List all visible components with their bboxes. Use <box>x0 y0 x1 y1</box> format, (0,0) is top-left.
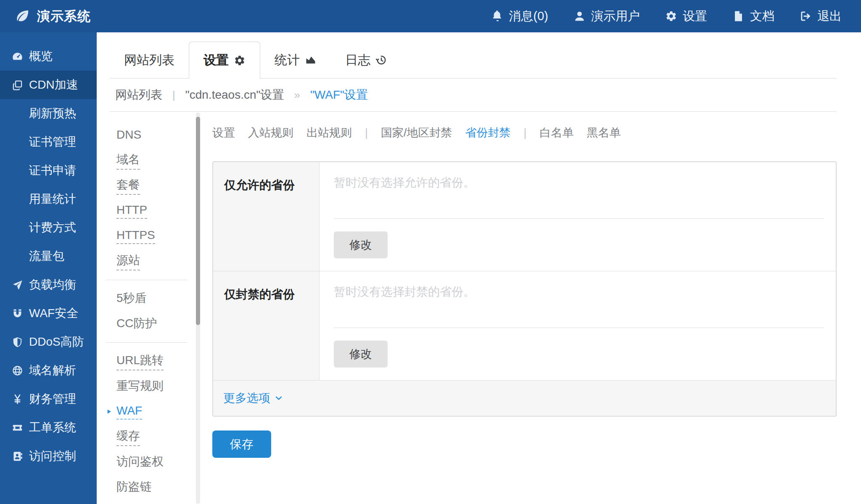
sidebar-item-label: 域名解析 <box>29 362 76 378</box>
tab-settings[interactable]: 设置 <box>189 42 260 79</box>
id-card-icon <box>12 451 23 462</box>
allowed-provinces-row: 仅允许的省份 暂时没有选择允许的省份。 修改 <box>213 162 836 271</box>
content-area: 网站列表 设置 统计 日志 网站列表 | "cdn.teaos.cn"设置 » … <box>97 32 861 504</box>
subtab-whitelist[interactable]: 白名单 <box>540 125 574 140</box>
settings-menu: DNS 域名 套餐 HTTP HTTPS 源站 5秒盾 CC防护 URL跳转 重… <box>97 112 196 504</box>
sidebar-item-dns-resolve[interactable]: 域名解析 <box>0 356 97 385</box>
sidebar-item-label: 访问控制 <box>29 448 76 464</box>
sidebar-item-billing-method[interactable]: 计费方式 <box>0 213 97 242</box>
settings-menu-item-https[interactable]: HTTPS <box>97 223 196 249</box>
modify-allowed-provinces-button[interactable]: 修改 <box>334 231 388 258</box>
blocked-provinces-empty-text: 暂时没有选择封禁的省份。 <box>334 284 824 300</box>
settings-button[interactable]: 设置 <box>665 8 707 25</box>
allowed-provinces-field: 暂时没有选择允许的省份。 修改 <box>320 162 836 271</box>
sidebar-item-overview[interactable]: 概览 <box>0 42 97 71</box>
save-button[interactable]: 保存 <box>212 430 271 458</box>
tab-label: 日志 <box>345 52 370 69</box>
main-sidebar: 概览 CDN加速 刷新预热 证书管理 证书申请 用量统计 计费方式 流量包 负载… <box>0 32 97 504</box>
tab-site-list[interactable]: 网站列表 <box>110 42 189 78</box>
document-icon <box>732 10 745 22</box>
subtab-separator: | <box>524 126 527 139</box>
settings-menu-item-access-auth[interactable]: 访问鉴权 <box>97 449 196 475</box>
settings-menu-scrollbar[interactable] <box>196 113 200 504</box>
logout-button[interactable]: 退出 <box>800 8 842 25</box>
chevron-down-icon <box>275 394 283 402</box>
subtab-province-block[interactable]: 省份封禁 <box>465 125 511 140</box>
sidebar-item-traffic-pack[interactable]: 流量包 <box>0 242 97 270</box>
app-brand: 演示系统 <box>14 8 91 25</box>
brand-label: 演示系统 <box>37 8 91 25</box>
messages-label: 消息(0) <box>509 8 548 25</box>
input-underline <box>334 218 824 219</box>
blocked-provinces-label: 仅封禁的省份 <box>213 271 320 380</box>
subtab-outbound-rules[interactable]: 出站规则 <box>306 125 352 140</box>
paper-plane-icon <box>12 279 23 291</box>
subtab-settings[interactable]: 设置 <box>212 125 235 140</box>
topnav: 消息(0) 演示用户 设置 文档 退出 <box>491 8 842 25</box>
settings-menu-item-cache[interactable]: 缓存 <box>97 424 196 449</box>
allowed-provinces-empty-text: 暂时没有选择允许的省份。 <box>334 175 824 191</box>
scrollbar-thumb[interactable] <box>196 117 200 325</box>
breadcrumb-waf-settings[interactable]: "WAF"设置 <box>310 87 368 103</box>
settings-menu-item-cc-protect[interactable]: CC防护 <box>97 311 196 336</box>
sidebar-item-usage-stats[interactable]: 用量统计 <box>0 185 97 213</box>
settings-menu-item-dns[interactable]: DNS <box>97 123 196 148</box>
tab-logs[interactable]: 日志 <box>331 42 401 78</box>
subtab-blacklist[interactable]: 黑名单 <box>587 125 621 140</box>
breadcrumb-site-list[interactable]: 网站列表 <box>115 87 162 103</box>
site-tabs: 网站列表 设置 统计 日志 <box>110 32 837 79</box>
sidebar-item-finance[interactable]: 财务管理 <box>0 385 97 413</box>
settings-menu-item-url-redirect[interactable]: URL跳转 <box>97 349 196 374</box>
more-options-link[interactable]: 更多选项 <box>223 390 283 406</box>
sidebar-item-refresh-preheat[interactable]: 刷新预热 <box>0 99 97 128</box>
sidebar-item-label: 证书申请 <box>29 163 76 178</box>
sidebar-item-label: DDoS高防 <box>29 334 84 350</box>
blocked-provinces-row: 仅封禁的省份 暂时没有选择封禁的省份。 修改 <box>213 271 836 381</box>
breadcrumb-separator: » <box>294 89 300 102</box>
modify-blocked-provinces-button[interactable]: 修改 <box>334 341 388 368</box>
messages-button[interactable]: 消息(0) <box>491 8 548 25</box>
sidebar-item-load-balance[interactable]: 负载均衡 <box>0 270 97 299</box>
menu-divider <box>106 280 187 280</box>
settings-menu-item-domain[interactable]: 域名 <box>97 148 196 173</box>
form-footer: 更多选项 <box>213 381 836 416</box>
sidebar-item-waf-security[interactable]: WAF安全 <box>0 299 97 328</box>
settings-label: 设置 <box>683 8 707 25</box>
sidebar-item-tickets[interactable]: 工单系统 <box>0 413 97 442</box>
magnet-icon <box>12 308 23 319</box>
current-user-button[interactable]: 演示用户 <box>573 8 640 25</box>
sidebar-item-cdn[interactable]: CDN加速 <box>0 71 97 99</box>
blocked-provinces-field: 暂时没有选择封禁的省份。 修改 <box>320 271 836 380</box>
logout-icon <box>800 10 812 22</box>
settings-menu-item-origin[interactable]: 源站 <box>97 249 196 274</box>
caret-right-icon <box>106 409 112 415</box>
sidebar-item-cert-apply[interactable]: 证书申请 <box>0 156 97 185</box>
globe-icon <box>12 365 23 376</box>
subtab-inbound-rules[interactable]: 入站规则 <box>248 125 293 140</box>
logout-label: 退出 <box>817 8 842 25</box>
sidebar-item-access-control[interactable]: 访问控制 <box>0 442 97 470</box>
tab-label: 统计 <box>275 52 300 69</box>
subtab-separator: | <box>365 126 368 139</box>
menu-divider <box>106 342 187 343</box>
breadcrumb: 网站列表 | "cdn.teaos.cn"设置 » "WAF"设置 <box>110 79 837 112</box>
settings-menu-item-plan[interactable]: 套餐 <box>97 173 196 198</box>
settings-menu-item-http[interactable]: HTTP <box>97 198 196 223</box>
settings-menu-item-waf[interactable]: WAF <box>97 399 196 424</box>
settings-menu-item-hotlink-protect[interactable]: 防盗链 <box>97 475 196 500</box>
settings-menu-item-5s-shield[interactable]: 5秒盾 <box>97 286 196 311</box>
yen-icon <box>12 394 23 405</box>
sidebar-item-label: 流量包 <box>29 248 64 264</box>
sidebar-item-label: 财务管理 <box>29 391 76 407</box>
sidebar-item-cert-manage[interactable]: 证书管理 <box>0 128 97 156</box>
sidebar-item-label: 证书管理 <box>29 134 76 150</box>
breadcrumb-site-settings[interactable]: "cdn.teaos.cn"设置 <box>185 87 284 103</box>
settings-menu-item-rewrite-rules[interactable]: 重写规则 <box>97 374 196 399</box>
dashboard-icon <box>12 51 23 62</box>
sidebar-item-ddos[interactable]: DDoS高防 <box>0 328 97 356</box>
tab-statistics[interactable]: 统计 <box>260 42 331 78</box>
sidebar-item-label: 概览 <box>29 48 53 64</box>
docs-button[interactable]: 文档 <box>732 8 774 25</box>
subtab-country-block[interactable]: 国家/地区封禁 <box>381 125 452 140</box>
settings-body: DNS 域名 套餐 HTTP HTTPS 源站 5秒盾 CC防护 URL跳转 重… <box>97 112 861 504</box>
